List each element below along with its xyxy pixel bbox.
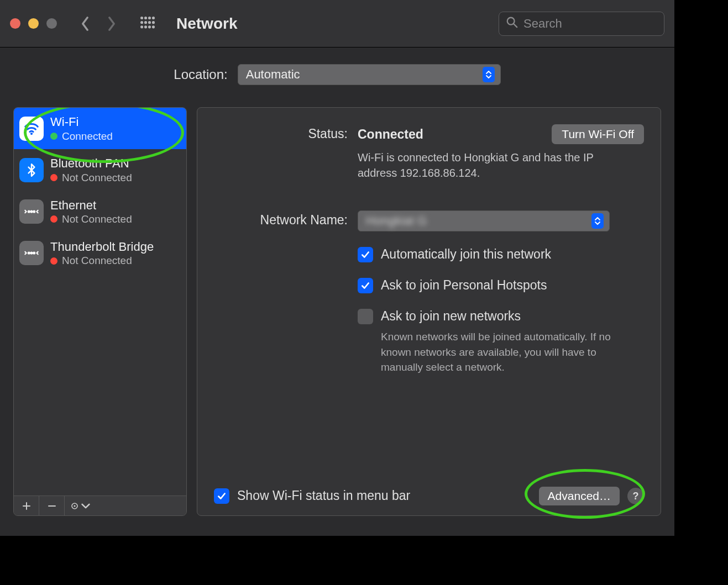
sidebar-item-status: Not Connected xyxy=(62,171,132,185)
svg-point-14 xyxy=(30,133,33,135)
bluetooth-icon xyxy=(19,158,44,182)
sidebar-item-label: Wi-Fi xyxy=(50,114,113,130)
svg-line-13 xyxy=(514,24,517,27)
window-controls xyxy=(10,18,57,29)
svg-point-3 xyxy=(152,16,155,19)
network-name-label: Network Name: xyxy=(214,210,348,375)
sidebar-item-wifi[interactable]: Wi-Fi Connected xyxy=(14,108,186,149)
svg-point-10 xyxy=(148,25,151,28)
sidebar-item-thunderbolt-bridge[interactable]: Thunderbolt Bridge Not Connected xyxy=(14,233,186,274)
actions-menu-button[interactable] xyxy=(65,496,186,515)
location-select[interactable]: Automatic xyxy=(238,64,501,85)
svg-point-8 xyxy=(140,25,143,28)
minimize-window-button[interactable] xyxy=(28,18,39,29)
network-preferences-window: Network Location: Automatic xyxy=(0,0,674,536)
svg-point-17 xyxy=(33,211,35,213)
status-dot-icon xyxy=(50,215,57,223)
ask-hotspot-label: Ask to join Personal Hotspots xyxy=(381,278,547,293)
auto-join-checkbox[interactable] xyxy=(358,247,373,262)
status-label: Status: xyxy=(214,124,348,181)
content-area: Location: Automatic xyxy=(0,48,674,527)
sidebar-item-bluetooth-pan[interactable]: Bluetooth PAN Not Connected xyxy=(14,149,186,191)
svg-point-1 xyxy=(144,16,147,19)
location-row: Location: Automatic xyxy=(13,64,661,85)
stepper-icon xyxy=(591,213,604,229)
thunderbolt-bridge-icon xyxy=(19,241,44,265)
svg-point-5 xyxy=(144,21,147,24)
show-wifi-menubar-checkbox[interactable] xyxy=(214,488,229,504)
svg-point-15 xyxy=(28,211,30,213)
status-description: Wi-Fi is connected to Hongkiat G and has… xyxy=(358,150,601,181)
network-name-select[interactable]: Hongkiat G xyxy=(358,210,610,231)
sidebar-item-status: Connected xyxy=(62,130,113,143)
svg-point-0 xyxy=(140,16,143,19)
forward-button[interactable] xyxy=(106,15,118,32)
turn-wifi-off-button[interactable]: Turn Wi-Fi Off xyxy=(552,124,644,144)
svg-point-19 xyxy=(30,252,32,254)
status-value: Connected xyxy=(358,127,423,142)
search-input[interactable] xyxy=(523,17,657,31)
svg-point-7 xyxy=(152,21,155,24)
detail-panel: Status: Connected Turn Wi-Fi Off Wi-Fi i… xyxy=(197,107,661,516)
back-button[interactable] xyxy=(79,15,91,32)
interfaces-sidebar: Wi-Fi Connected Bluetooth PAN Not Connec… xyxy=(13,107,187,516)
network-name-value: Hongkiat G xyxy=(366,214,427,228)
sidebar-item-ethernet[interactable]: Ethernet Not Connected xyxy=(14,191,186,233)
advanced-button[interactable]: Advanced… xyxy=(539,487,620,505)
remove-interface-button[interactable] xyxy=(39,496,65,515)
status-dot-icon xyxy=(50,174,57,181)
ask-new-networks-hint: Known networks will be joined automatica… xyxy=(381,329,619,375)
svg-point-16 xyxy=(30,211,32,213)
stepper-icon xyxy=(483,67,495,82)
ethernet-icon xyxy=(19,199,44,224)
search-field[interactable] xyxy=(499,12,664,36)
add-interface-button[interactable] xyxy=(14,496,39,515)
sidebar-item-status: Not Connected xyxy=(62,254,132,267)
ask-new-networks-checkbox[interactable] xyxy=(358,309,373,324)
wifi-icon xyxy=(19,117,44,141)
show-all-button[interactable] xyxy=(140,16,155,31)
sidebar-footer xyxy=(14,496,186,515)
svg-point-6 xyxy=(148,21,151,24)
sidebar-item-label: Bluetooth PAN xyxy=(50,156,132,171)
ask-new-networks-label: Ask to join new networks xyxy=(381,309,521,323)
location-label: Location: xyxy=(174,67,227,82)
svg-point-11 xyxy=(152,25,155,28)
sidebar-item-label: Thunderbolt Bridge xyxy=(50,239,154,255)
auto-join-label: Automatically join this network xyxy=(381,247,551,262)
zoom-window-button[interactable] xyxy=(46,18,57,29)
svg-point-4 xyxy=(140,21,143,24)
interfaces-list: Wi-Fi Connected Bluetooth PAN Not Connec… xyxy=(14,108,186,496)
svg-point-2 xyxy=(148,16,151,19)
location-value: Automatic xyxy=(246,67,300,82)
sidebar-item-label: Ethernet xyxy=(50,198,132,213)
sidebar-item-status: Not Connected xyxy=(62,213,132,226)
toolbar: Network xyxy=(0,0,674,48)
ask-hotspot-checkbox[interactable] xyxy=(358,278,373,293)
help-button[interactable]: ? xyxy=(627,488,644,504)
status-dot-icon xyxy=(50,257,57,265)
window-title: Network xyxy=(176,15,237,33)
svg-point-20 xyxy=(33,252,35,254)
search-icon xyxy=(506,16,518,31)
close-window-button[interactable] xyxy=(10,18,20,29)
svg-point-18 xyxy=(28,252,30,254)
svg-point-9 xyxy=(144,25,147,28)
svg-point-22 xyxy=(74,505,75,507)
show-wifi-menubar-label: Show Wi-Fi status in menu bar xyxy=(237,488,410,503)
status-dot-icon xyxy=(50,133,57,140)
